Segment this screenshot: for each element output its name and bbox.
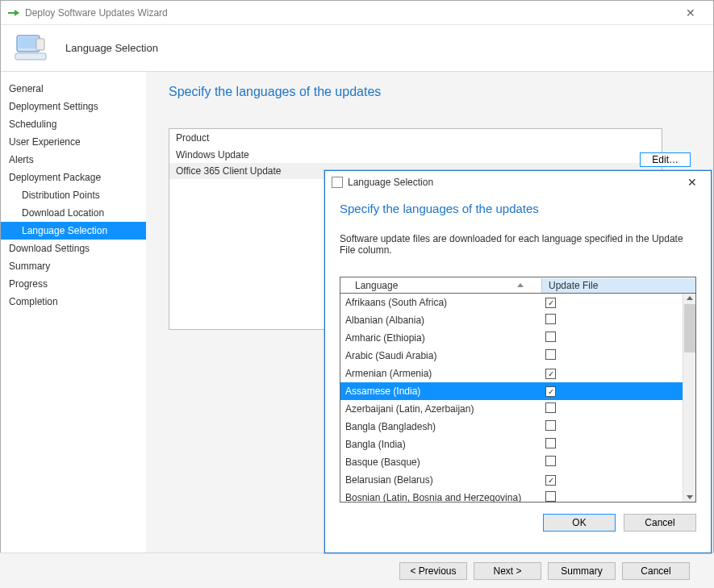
wizard-arrow-icon	[7, 6, 20, 19]
update-file-cell	[542, 420, 695, 433]
dialog-titlebar: Language Selection ✕	[325, 171, 711, 194]
dialog-close-icon[interactable]: ✕	[680, 176, 704, 189]
language-row[interactable]: Basque (Basque)	[340, 453, 695, 471]
edit-button[interactable]: Edit…	[640, 152, 691, 167]
column-header-language[interactable]: Language	[340, 278, 542, 293]
update-file-checkbox[interactable]	[545, 491, 556, 502]
svg-rect-1	[19, 37, 38, 48]
language-cell: Assamese (India)	[340, 386, 542, 397]
language-cell: Azerbaijani (Latin, Azerbaijan)	[340, 403, 542, 415]
scroll-down-icon[interactable]	[687, 495, 693, 499]
sidebar-item-general[interactable]: General	[1, 80, 146, 98]
computer-icon	[12, 29, 51, 68]
dialog-title: Language Selection	[348, 177, 680, 188]
dialog-button-row: OK Cancel	[340, 514, 696, 532]
language-cell: Bangla (India)	[340, 439, 542, 450]
language-row[interactable]: Azerbaijani (Latin, Azerbaijan)	[340, 400, 695, 418]
language-row[interactable]: Bangla (Bangladesh)	[340, 418, 695, 436]
language-cell: Bosnian (Latin, Bosnia and Herzegovina)	[340, 492, 542, 502]
update-file-cell	[542, 314, 695, 327]
sidebar-item-download-settings[interactable]: Download Settings	[1, 240, 146, 257]
language-row[interactable]: Bangla (India)	[340, 436, 695, 453]
update-file-cell	[542, 386, 695, 397]
sidebar-item-deployment-settings[interactable]: Deployment Settings	[1, 98, 146, 115]
scroll-up-icon[interactable]	[687, 296, 693, 300]
column-header-language-label: Language	[355, 280, 398, 291]
sidebar-item-alerts[interactable]: Alerts	[1, 151, 146, 169]
language-row[interactable]: Arabic (Saudi Arabia)	[340, 347, 695, 365]
dialog-body: Specify the languages of the updates Sof…	[325, 194, 711, 553]
sidebar-item-download-location[interactable]: Download Location	[1, 204, 146, 222]
wizard-button-row: < Previous Next > Summary Cancel	[0, 553, 714, 588]
titlebar: Deploy Software Updates Wizard ✕	[1, 1, 713, 25]
scroll-thumb[interactable]	[684, 304, 695, 352]
sidebar-item-scheduling[interactable]: Scheduling	[1, 115, 146, 133]
language-row[interactable]: Albanian (Albania)	[340, 311, 695, 329]
language-cell: Bangla (Bangladesh)	[340, 421, 542, 432]
previous-button[interactable]: < Previous	[399, 562, 467, 580]
update-file-cell	[542, 474, 695, 486]
update-file-checkbox[interactable]	[545, 386, 556, 397]
language-cell: Belarusian (Belarus)	[340, 474, 542, 486]
update-file-cell	[542, 349, 695, 362]
window-title: Deploy Software Updates Wizard	[25, 7, 674, 19]
language-table-header: Language Update File	[340, 277, 695, 294]
summary-button[interactable]: Summary	[548, 562, 616, 580]
sidebar-item-language-selection[interactable]: Language Selection	[1, 222, 146, 240]
sidebar-item-distribution-points[interactable]: Distribution Points	[1, 186, 146, 204]
product-row[interactable]: Windows Update	[169, 147, 662, 163]
content-heading: Specify the languages of the updates	[169, 85, 691, 99]
update-file-checkbox[interactable]	[545, 369, 556, 379]
window-close-icon[interactable]: ✕	[674, 6, 707, 19]
language-row[interactable]: Belarusian (Belarus)	[340, 471, 695, 489]
update-file-checkbox[interactable]	[545, 332, 556, 342]
update-file-cell	[542, 456, 695, 469]
sidebar-item-user-experience[interactable]: User Experience	[1, 133, 146, 151]
update-file-cell	[542, 368, 695, 379]
update-file-checkbox[interactable]	[545, 314, 556, 324]
column-header-update-file-label: Update File	[549, 280, 598, 291]
column-header-update-file[interactable]: Update File	[542, 278, 695, 293]
svg-rect-2	[15, 53, 46, 60]
product-column-header: Product	[169, 129, 662, 147]
language-row[interactable]: Afrikaans (South Africa)	[340, 294, 695, 311]
dialog-description: Software update files are downloaded for…	[340, 233, 696, 256]
update-file-checkbox[interactable]	[545, 349, 556, 360]
update-file-checkbox[interactable]	[545, 402, 556, 413]
update-file-checkbox[interactable]	[545, 475, 556, 486]
dialog-cancel-button[interactable]: Cancel	[624, 514, 696, 532]
language-cell: Amharic (Ethiopia)	[340, 332, 542, 344]
update-file-cell	[542, 332, 695, 344]
language-row[interactable]: Armenian (Armenia)	[340, 365, 695, 382]
update-file-cell	[542, 491, 695, 502]
page-title: Language Selection	[65, 42, 158, 54]
update-file-checkbox[interactable]	[545, 456, 556, 466]
language-cell: Armenian (Armenia)	[340, 368, 542, 379]
update-file-checkbox[interactable]	[545, 420, 556, 431]
cancel-button[interactable]: Cancel	[622, 562, 690, 580]
next-button[interactable]: Next >	[474, 562, 541, 580]
sort-asc-icon	[517, 283, 524, 287]
language-row[interactable]: Bosnian (Latin, Bosnia and Herzegovina)	[340, 489, 695, 502]
update-file-cell	[542, 297, 695, 308]
sidebar-item-completion[interactable]: Completion	[1, 293, 146, 311]
language-table: Language Update File Afrikaans (South Af…	[340, 277, 696, 503]
dialog-icon	[332, 177, 343, 188]
sidebar-item-summary[interactable]: Summary	[1, 257, 146, 275]
language-table-body: Afrikaans (South Africa)Albanian (Albani…	[340, 294, 695, 502]
header-area: Language Selection	[1, 25, 713, 72]
language-cell: Afrikaans (South Africa)	[340, 297, 542, 308]
language-cell: Arabic (Saudi Arabia)	[340, 350, 542, 361]
update-file-checkbox[interactable]	[545, 298, 556, 308]
sidebar-item-deployment-package[interactable]: Deployment Package	[1, 169, 146, 186]
language-row[interactable]: Assamese (India)	[340, 382, 695, 400]
language-selection-dialog: Language Selection ✕ Specify the languag…	[324, 170, 712, 553]
update-file-checkbox[interactable]	[545, 438, 556, 448]
update-file-cell	[542, 402, 695, 415]
language-row[interactable]: Amharic (Ethiopia)	[340, 329, 695, 347]
ok-button[interactable]: OK	[543, 514, 616, 532]
language-cell: Albanian (Albania)	[340, 315, 542, 326]
language-cell: Basque (Basque)	[340, 457, 542, 468]
sidebar-item-progress[interactable]: Progress	[1, 275, 146, 293]
scrollbar[interactable]	[683, 294, 695, 502]
